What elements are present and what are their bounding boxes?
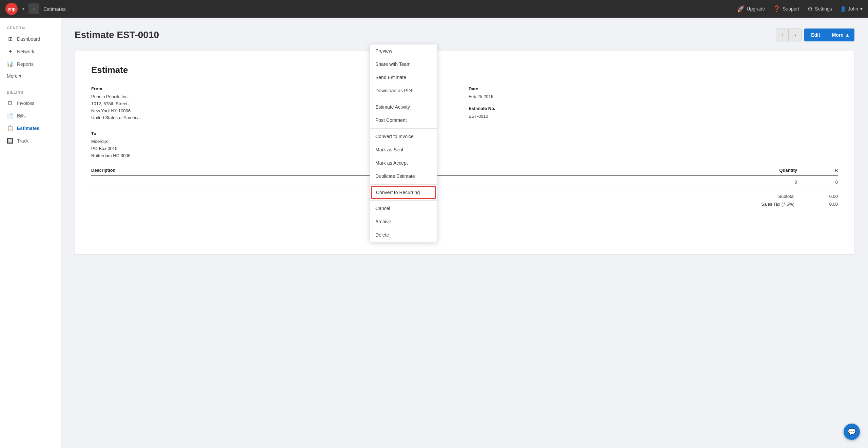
- dropdown-share-with-team[interactable]: Share with Team: [370, 58, 437, 71]
- sidebar-item-reports[interactable]: 📊 Reports: [0, 58, 61, 70]
- document-table-header: Description Quantity R: [91, 168, 838, 176]
- dropdown-mark-as-sent[interactable]: Mark as Sent: [370, 143, 437, 156]
- sidebar: GENERAL ⊞ Dashboard ✦ Network 📊 Reports …: [0, 18, 61, 448]
- sidebar-divider: [0, 86, 61, 86]
- dropdown-delete[interactable]: Delete: [370, 228, 437, 242]
- sidebar-item-invoices[interactable]: 🗒 Invoices: [0, 97, 61, 109]
- support-label: Support: [783, 6, 799, 12]
- date-value: Feb 25 2016: [469, 93, 838, 100]
- sidebar-dashboard-label: Dashboard: [17, 36, 40, 42]
- gear-icon: ⚙: [807, 5, 813, 13]
- logo-caret-icon[interactable]: ▾: [22, 6, 24, 11]
- col-quantity: Quantity: [736, 168, 797, 173]
- dropdown-estimate-activity[interactable]: Estimate Activity: [370, 100, 437, 114]
- upgrade-button[interactable]: 🚀 Upgrade: [737, 5, 765, 13]
- sidebar-reports-label: Reports: [17, 61, 34, 67]
- dropdown-divider-3: [370, 184, 437, 185]
- sidebar-estimates-label: Estimates: [17, 126, 39, 131]
- sidebar-item-network[interactable]: ✦ Network: [0, 45, 61, 58]
- dropdown-preview[interactable]: Preview: [370, 44, 437, 58]
- settings-button[interactable]: ⚙ Settings: [807, 5, 832, 13]
- to-value: MoerdijkPO Box 0010Rotterdam HC 3006: [91, 138, 838, 159]
- prev-estimate-button[interactable]: ‹: [776, 29, 789, 41]
- sidebar-item-bills[interactable]: 📄 Bills: [0, 109, 61, 122]
- date-label: Date: [469, 86, 838, 91]
- dropdown-archive[interactable]: Archive: [370, 215, 437, 228]
- more-caret-icon: ▲: [845, 32, 850, 38]
- dropdown-convert-to-recurring[interactable]: Convert to Recurring: [371, 186, 436, 199]
- edit-more-group: Edit More ▲: [804, 29, 854, 41]
- user-caret-icon: ▾: [860, 6, 863, 12]
- sidebar-more-toggle[interactable]: More ▾: [0, 70, 61, 82]
- bills-icon: 📄: [7, 112, 14, 119]
- document-totals: Subtotal 0.00 Sales Tax (7.5%) 0.00: [91, 194, 838, 207]
- rocket-icon: 🚀: [737, 5, 745, 13]
- to-label: To: [91, 131, 838, 136]
- network-icon: ✦: [7, 48, 14, 55]
- date-estimateno-section: Date Feb 25 2016 Estimate No. EST-0010: [469, 86, 838, 122]
- more-dropdown-menu: Preview Share with Team Send Estimate Do…: [370, 44, 437, 242]
- dropdown-post-comment[interactable]: Post Comment: [370, 114, 437, 127]
- breadcrumb: Estimates: [43, 6, 66, 12]
- sales-tax-row: Sales Tax (7.5%) 0.00: [747, 202, 838, 207]
- subtotal-row: Subtotal 0.00: [747, 194, 838, 199]
- edit-button[interactable]: Edit: [804, 29, 827, 41]
- subtotal-label: Subtotal: [747, 194, 794, 199]
- sidebar-track-label: Track: [17, 138, 28, 144]
- top-navigation: pnp ▾ ‹ Estimates 🚀 Upgrade ❓ Support ⚙ …: [0, 0, 868, 18]
- reports-icon: 📊: [7, 61, 14, 67]
- dropdown-divider-2: [370, 128, 437, 129]
- sidebar-more-caret-icon: ▾: [19, 73, 21, 79]
- dropdown-divider-1: [370, 99, 437, 99]
- track-icon: 🔲: [7, 137, 14, 144]
- page-header: Estimate EST-0010 ‹ › Edit More ▲: [75, 29, 854, 41]
- estimate-no-value: EST-0010: [469, 113, 838, 120]
- table-row: 0 0: [91, 176, 838, 188]
- dashboard-icon: ⊞: [7, 36, 14, 42]
- more-button[interactable]: More ▲: [827, 29, 854, 41]
- next-estimate-button[interactable]: ›: [789, 29, 802, 41]
- chat-button[interactable]: 💬: [844, 424, 860, 440]
- dropdown-duplicate-estimate[interactable]: Duplicate Estimate: [370, 170, 437, 183]
- to-section: To MoerdijkPO Box 0010Rotterdam HC 3006: [91, 131, 838, 159]
- page-title: Estimate EST-0010: [75, 30, 776, 40]
- dropdown-send-estimate[interactable]: Send Estimate: [370, 71, 437, 84]
- dropdown-mark-as-accept[interactable]: Mark as Accept: [370, 156, 437, 170]
- sidebar-billing-section: BILLING 🗒 Invoices 📄 Bills 📋 Estimates 🔲…: [0, 90, 61, 147]
- document-heading: Estimate: [91, 65, 838, 75]
- sidebar-more-label: More: [7, 73, 18, 79]
- sidebar-item-estimates[interactable]: 📋 Estimates: [0, 122, 61, 134]
- sidebar-network-label: Network: [17, 49, 34, 54]
- sales-tax-label: Sales Tax (7.5%): [747, 202, 794, 207]
- user-avatar-icon: 👤: [840, 6, 846, 12]
- support-button[interactable]: ❓ Support: [773, 5, 799, 13]
- main-content: Estimate EST-0010 ‹ › Edit More ▲ Estima…: [61, 18, 868, 448]
- top-nav-right: 🚀 Upgrade ❓ Support ⚙ Settings 👤 John ▾: [737, 5, 863, 13]
- document-info-grid: From Pens n Pencils Inc.1012, 578th Stre…: [91, 86, 838, 122]
- estimate-no-label: Estimate No.: [469, 106, 838, 111]
- sidebar-bills-label: Bills: [17, 113, 26, 118]
- upgrade-label: Upgrade: [747, 6, 765, 12]
- header-actions: ‹ › Edit More ▲: [776, 29, 854, 41]
- dropdown-cancel[interactable]: Cancel: [370, 202, 437, 215]
- invoices-icon: 🗒: [7, 100, 14, 106]
- sidebar-general-label: GENERAL: [0, 26, 61, 33]
- dropdown-convert-to-invoice[interactable]: Convert to Invoice: [370, 130, 437, 143]
- sales-tax-value: 0.00: [811, 202, 838, 207]
- dropdown-download-as-pdf[interactable]: Download as PDF: [370, 84, 437, 97]
- user-menu[interactable]: 👤 John ▾: [840, 6, 863, 12]
- more-button-label: More: [832, 32, 843, 38]
- app-logo[interactable]: pnp: [5, 3, 18, 15]
- settings-label: Settings: [815, 6, 832, 12]
- question-icon: ❓: [773, 5, 781, 13]
- sidebar-item-dashboard[interactable]: ⊞ Dashboard: [0, 33, 61, 45]
- estimates-icon: 📋: [7, 125, 14, 131]
- chat-icon: 💬: [848, 428, 856, 436]
- sidebar-item-track[interactable]: 🔲 Track: [0, 134, 61, 147]
- dropdown-divider-4: [370, 200, 437, 201]
- col-rate: R: [797, 168, 838, 173]
- sidebar-billing-label: BILLING: [0, 90, 61, 97]
- subtotal-value: 0.00: [811, 194, 838, 199]
- row-rate: 0: [797, 180, 838, 185]
- back-button[interactable]: ‹: [28, 3, 39, 14]
